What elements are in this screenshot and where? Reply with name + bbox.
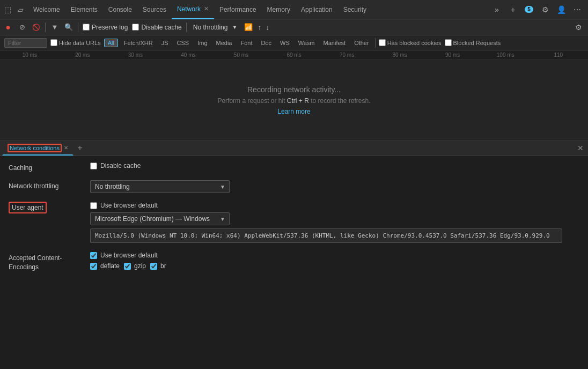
learn-more-link[interactable]: Learn more [277,108,310,115]
tick-60ms: 60 ms [268,52,321,58]
add-bottom-tab-button[interactable]: + [74,142,86,154]
tick-40ms: 40 ms [162,52,215,58]
filter-doc[interactable]: Doc [258,39,274,47]
user-agent-label-wrap: User agent [9,202,84,211]
gzip-checkbox[interactable]: gzip [124,262,146,270]
clear-button[interactable]: 🚫 [31,23,41,32]
preserve-log-input[interactable] [83,24,90,31]
tab-memory[interactable]: Memory [262,0,296,19]
search-button[interactable]: 🔍 [64,23,74,32]
use-browser-default-enc-label: Use browser default [100,252,158,259]
preserve-log-checkbox[interactable]: Preserve log [83,24,128,31]
disable-cache-checkbox[interactable]: Disable cache [132,24,181,31]
gzip-input[interactable] [124,263,131,270]
settings-tab-icon[interactable]: ⚙ [539,3,552,16]
filter-toggle-button[interactable]: ▼ [50,23,60,32]
stop-button[interactable]: ⊘ [17,23,27,32]
tick-100ms: 100 ms [479,52,532,58]
filter-input[interactable] [4,38,47,48]
tick-70ms: 70 ms [320,52,373,58]
filter-sep1 [375,38,376,48]
upload-icon[interactable]: ↑ [258,23,261,32]
tab-application[interactable]: Application [296,0,338,19]
ua-select-wrap: Microsoft Edge (Chromium) — Windows Chro… [90,212,230,225]
notifications-badge: 5 [525,6,533,13]
use-browser-default-ua-input[interactable] [90,202,97,209]
throttling-label: Network throttling [9,180,84,190]
filter-other[interactable]: Other [351,39,372,47]
filter-img[interactable]: Img [195,39,210,47]
has-blocked-cookies-checkbox[interactable]: Has blocked cookies [379,39,442,46]
add-tab-icon[interactable]: + [506,3,519,16]
deflate-checkbox[interactable]: deflate [90,262,120,270]
bottom-panel: Network conditions ✕ + ✕ Caching Disable… [0,141,588,287]
filter-wasm[interactable]: Wasm [296,39,318,47]
tick-110: 110 [532,52,585,58]
network-icon[interactable]: 📶 [244,23,253,32]
filter-all-button[interactable]: All [104,39,118,47]
filter-ws[interactable]: WS [277,39,292,47]
filter-js[interactable]: JS [159,39,171,47]
throttle-dropdown[interactable]: No throttling ▼ [191,23,240,32]
tab-security[interactable]: Security [338,0,372,19]
has-blocked-cookies-input[interactable] [379,39,386,46]
br-checkbox[interactable]: br [150,262,166,270]
network-conditions-panel: Caching Disable cache Network throttling… [0,156,588,287]
tab-network-conditions[interactable]: Network conditions ✕ [2,141,74,156]
more-options-icon[interactable]: ⋯ [571,3,584,16]
tab-console[interactable]: Console [103,0,137,19]
caching-control: Disable cache [90,162,141,169]
filter-manifest[interactable]: Manifest [321,39,349,47]
tick-90ms: 90 ms [426,52,479,58]
recording-text: Recording network activity... [247,85,341,94]
tab-network[interactable]: Network ✕ [172,0,214,19]
use-browser-default-ua-label: Use browser default [100,202,158,209]
blocked-requests-checkbox[interactable]: Blocked Requests [445,39,501,46]
encodings-label-text: Accepted Content-Encodings [9,254,62,271]
blocked-requests-input[interactable] [445,39,452,46]
disable-cache-nc-label: Disable cache [100,162,141,169]
network-settings-icon[interactable]: ⚙ [572,21,585,34]
tab-performance[interactable]: Performance [214,0,262,19]
use-browser-default-enc-checkbox[interactable]: Use browser default [90,252,166,259]
filter-media[interactable]: Media [214,39,235,47]
disable-cache-label: Disable cache [141,24,181,31]
download-icon[interactable]: ↓ [266,23,269,32]
filter-font[interactable]: Font [238,39,255,47]
tab-right-area: » + 5 ⚙ 👤 ⋯ [490,3,586,16]
throttle-arrow-icon: ▼ [232,24,237,30]
use-browser-default-enc-input[interactable] [90,252,97,259]
close-bottom-panel-button[interactable]: ✕ [575,143,586,153]
tick-50ms: 50 ms [215,52,268,58]
br-input[interactable] [150,263,157,270]
use-browser-default-ua-checkbox[interactable]: Use browser default [90,202,562,209]
tick-80ms: 80 ms [373,52,427,58]
tab-badge: 5 [523,3,535,16]
deflate-input[interactable] [90,263,97,270]
record-button[interactable]: ● [3,23,13,32]
network-conditions-tab-label: Network conditions [10,145,60,151]
encodings-options-row: deflate gzip br [90,262,166,270]
encodings-control: Use browser default deflate gzip br [90,252,166,270]
ua-select[interactable]: Microsoft Edge (Chromium) — Windows Chro… [90,212,230,225]
disable-cache-input[interactable] [132,24,139,31]
disable-cache-nc-input[interactable] [90,163,97,169]
filter-css[interactable]: CSS [174,39,192,47]
hide-data-urls-input[interactable] [50,39,57,46]
disable-cache-nc-checkbox[interactable]: Disable cache [90,162,141,169]
timeline-header: 10 ms 20 ms 30 ms 40 ms 50 ms 60 ms 70 m… [0,50,588,60]
inspect-icon[interactable]: ⬚ [2,4,13,15]
tab-network-conditions-close[interactable]: ✕ [64,145,68,151]
hide-data-urls-checkbox[interactable]: Hide data URLs [50,39,101,46]
caching-row: Caching Disable cache [9,162,579,172]
filter-fetch-xhr[interactable]: Fetch/XHR [121,39,156,47]
tab-elements[interactable]: Elements [65,0,103,19]
throttle-select[interactable]: No throttling Fast 3G Slow 3G Offline [90,180,230,193]
tab-network-close[interactable]: ✕ [204,5,209,12]
more-tabs-icon[interactable]: » [490,3,503,16]
customize-icon[interactable]: 👤 [555,3,568,16]
tab-sources[interactable]: Sources [137,0,172,19]
device-icon[interactable]: ▱ [15,4,26,15]
ua-string-input[interactable] [90,228,562,243]
tab-welcome[interactable]: Welcome [28,0,65,19]
